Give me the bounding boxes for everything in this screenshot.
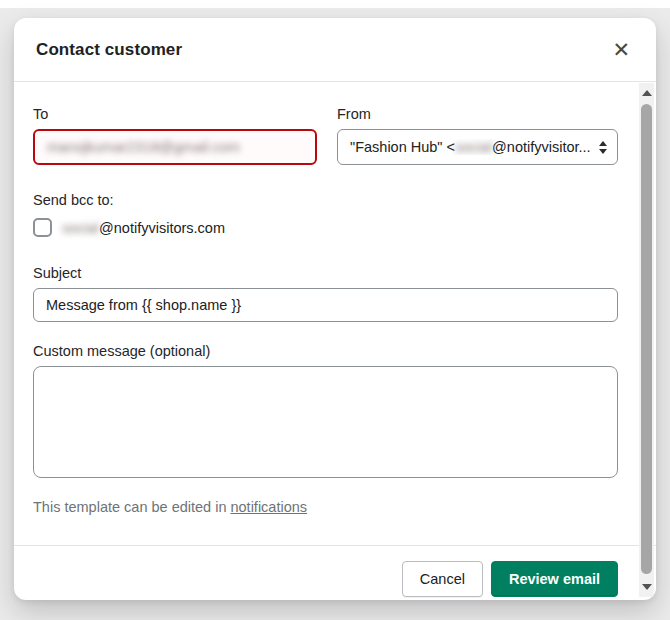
scroll-up-arrow-icon <box>642 90 652 96</box>
select-updown-icon <box>599 141 607 154</box>
bcc-row: social@notifyvisitors.com <box>33 218 618 237</box>
bcc-label: Send bcc to: <box>33 192 618 208</box>
from-label: From <box>337 106 618 122</box>
bcc-email: social@notifyvisitors.com <box>62 220 225 236</box>
subject-field-group: Subject <box>33 265 618 322</box>
scrollbar-down-button[interactable] <box>639 579 654 595</box>
dialog-title: Contact customer <box>36 40 182 60</box>
bcc-domain: @notifyvisitors.com <box>99 220 225 236</box>
bcc-user-blurred: social <box>62 220 99 236</box>
helper-text: This template can be edited in <box>33 499 230 515</box>
to-input[interactable]: manojkumar2318@gmail.com <box>33 129 317 165</box>
select-up-arrow-icon <box>599 141 607 146</box>
cancel-button[interactable]: Cancel <box>402 561 483 597</box>
notifications-link[interactable]: notifications <box>230 499 307 515</box>
scrollbar-thumb[interactable] <box>641 104 652 574</box>
subject-input[interactable] <box>33 288 618 322</box>
from-selected-value: "Fashion Hub" <social@notifyvisitor... <box>350 139 591 155</box>
dialog-body: To manojkumar2318@gmail.com From "Fashio… <box>14 82 656 599</box>
select-down-arrow-icon <box>599 149 607 154</box>
from-value-prefix: "Fashion Hub" < <box>350 139 455 155</box>
review-email-button[interactable]: Review email <box>491 561 618 597</box>
subject-label: Subject <box>33 265 618 281</box>
to-from-row: To manojkumar2318@gmail.com From "Fashio… <box>33 106 618 165</box>
close-icon: ✕ <box>612 38 630 61</box>
dialog-header: Contact customer ✕ <box>14 18 656 82</box>
custom-message-field-group: Custom message (optional) <box>33 343 618 478</box>
from-select[interactable]: "Fashion Hub" <social@notifyvisitor... <box>337 129 618 165</box>
bcc-field-group: Send bcc to: social@notifyvisitors.com <box>33 192 618 237</box>
scrollbar-track[interactable] <box>639 83 654 597</box>
contact-customer-dialog: Contact customer ✕ To manojkumar2318@gma… <box>14 18 656 600</box>
from-value-blurred: social <box>455 139 492 155</box>
dialog-footer: Cancel Review email <box>33 546 618 597</box>
from-value-suffix: @notifyvisitor... <box>492 139 591 155</box>
from-field-group: From "Fashion Hub" <social@notifyvisitor… <box>337 106 618 165</box>
close-button[interactable]: ✕ <box>608 37 634 62</box>
template-helper-text: This template can be edited in notificat… <box>33 499 618 515</box>
custom-message-label: Custom message (optional) <box>33 343 618 359</box>
to-field-group: To manojkumar2318@gmail.com <box>33 106 317 165</box>
bcc-checkbox[interactable] <box>33 218 52 237</box>
to-label: To <box>33 106 317 122</box>
scroll-down-arrow-icon <box>642 584 652 590</box>
to-value-blurred: manojkumar2318@gmail.com <box>47 139 240 155</box>
custom-message-textarea[interactable] <box>33 366 618 478</box>
scrollbar-up-button[interactable] <box>639 85 654 101</box>
